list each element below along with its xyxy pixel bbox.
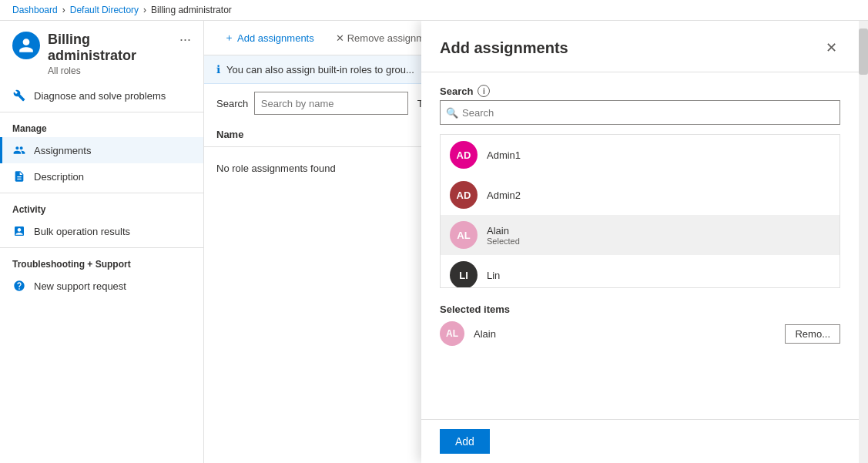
item-name-lin: Lin [487, 270, 500, 281]
breadcrumb: Dashboard › Default Directory › Billing … [0, 0, 868, 21]
search-filter-label: Search [216, 98, 248, 109]
info-text: You can also assign built-in roles to gr… [226, 64, 414, 75]
troubleshooting-section-label: Troubleshooting + Support [0, 251, 203, 273]
support-icon [12, 279, 26, 293]
nav-description-label: Description [34, 171, 84, 183]
plus-icon: ＋ [224, 31, 234, 45]
selected-name-alain: Alain [474, 328, 776, 340]
user-dropdown-list: AD Admin1 AD Admin2 [440, 134, 840, 288]
search-input[interactable] [254, 92, 408, 115]
item-name-alain: Alain [487, 225, 520, 237]
diagnose-label: Diagnose and solve problems [34, 90, 166, 102]
nav-new-support[interactable]: New support request [0, 273, 203, 299]
dropdown-item-admin2[interactable]: AD Admin2 [441, 175, 840, 215]
info-icon: ℹ [216, 63, 220, 75]
assignments-icon [12, 143, 26, 157]
panel-search-input[interactable] [440, 100, 840, 125]
item-name-admin2: Admin2 [487, 190, 521, 201]
sidebar: Billing administrator All roles ··· Diag… [0, 21, 204, 463]
bulk-ops-icon [12, 224, 26, 238]
name-column-header: Name [216, 129, 243, 140]
item-info-admin1: Admin1 [487, 149, 521, 161]
x-icon: ✕ [336, 32, 344, 44]
item-tag-alain: Selected [487, 237, 520, 246]
avatar-admin2: AD [450, 181, 478, 209]
more-options-icon[interactable]: ··· [179, 32, 191, 48]
panel-add-button[interactable]: Add [440, 429, 490, 454]
breadcrumb-current: Billing administrator [151, 5, 232, 15]
activity-section-label: Activity [0, 196, 203, 218]
avatar-admin1: AD [450, 141, 478, 169]
nav-support-label: New support request [34, 280, 126, 292]
divider3 [0, 247, 203, 248]
panel-header: Add assignments ✕ [421, 21, 859, 72]
search-icon: 🔍 [446, 107, 458, 119]
nav-assignments[interactable]: Assignments [0, 137, 203, 163]
dropdown-item-lin[interactable]: LI Lin [441, 255, 840, 288]
item-info-alain: Alain Selected [487, 225, 520, 246]
breadcrumb-directory[interactable]: Default Directory [70, 5, 139, 15]
nav-description[interactable]: Description [0, 163, 203, 190]
item-info-admin2: Admin2 [487, 190, 521, 201]
manage-section-label: Manage [0, 116, 203, 137]
panel-close-button[interactable]: ✕ [823, 36, 840, 59]
nav-assignments-label: Assignments [34, 145, 91, 156]
panel-scrollbar[interactable] [859, 21, 868, 463]
panel-title: Add assignments [440, 39, 568, 57]
selected-item-alain: AL Alain Remo... [440, 315, 840, 352]
nav-bulk-ops[interactable]: Bulk operation results [0, 218, 203, 244]
nav-bulk-ops-label: Bulk operation results [34, 226, 130, 237]
main-content: ＋ Add assignments ✕ Remove assignments ℹ… [204, 21, 868, 463]
panel-footer: Add [421, 419, 859, 463]
divider2 [0, 193, 203, 193]
add-assignments-button[interactable]: ＋ Add assignments [216, 27, 322, 49]
wrench-icon [12, 89, 26, 102]
panel-body: Search i 🔍 AD [421, 72, 859, 419]
search-section-label: Search i [440, 85, 840, 97]
avatar-alain: AL [450, 221, 478, 249]
scrollbar-thumb[interactable] [859, 29, 868, 75]
remove-alain-button[interactable]: Remo... [785, 324, 840, 344]
add-assignments-label: Add assignments [237, 32, 314, 44]
page-title: Billing administrator [48, 32, 172, 64]
dropdown-item-admin1[interactable]: AD Admin1 [441, 135, 840, 175]
selected-items-label: Selected items [440, 304, 840, 315]
divider [0, 112, 203, 112]
sidebar-avatar [12, 32, 40, 59]
description-icon [12, 169, 26, 183]
page-subtitle: All roles [48, 65, 172, 76]
add-assignments-panel: Add assignments ✕ Search i 🔍 [421, 21, 868, 463]
selected-avatar-alain: AL [440, 321, 464, 346]
dropdown-item-alain[interactable]: AL Alain Selected [441, 215, 840, 255]
item-name-admin1: Admin1 [487, 149, 521, 161]
item-info-lin: Lin [487, 270, 500, 281]
breadcrumb-dashboard[interactable]: Dashboard [12, 5, 58, 15]
search-info-icon[interactable]: i [478, 85, 490, 97]
diagnose-item[interactable]: Diagnose and solve problems [0, 82, 203, 109]
avatar-lin: LI [450, 261, 478, 288]
